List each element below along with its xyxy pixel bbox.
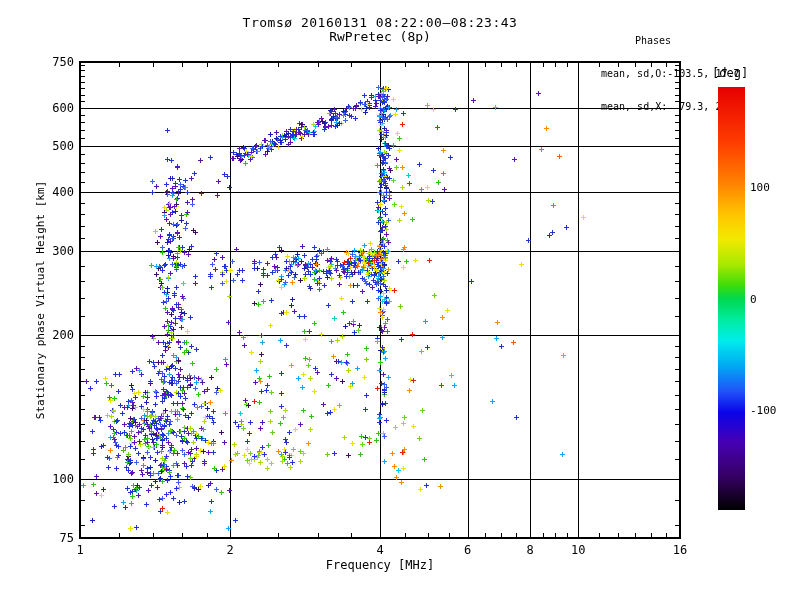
colorbar	[718, 87, 745, 510]
x-tick-label: 8	[508, 543, 552, 557]
x-tick-label: 6	[446, 543, 490, 557]
y-tick-label: 400	[0, 185, 74, 199]
x-axis-title: Frequency [MHz]	[80, 558, 680, 572]
y-tick-label: 500	[0, 139, 74, 153]
y-tick-label: 200	[0, 328, 74, 342]
x-tick-label: 16	[658, 543, 702, 557]
plot-title: Tromsø 20160131 08:22:00–08:23:43	[80, 15, 680, 30]
plot-subtitle: RwPretec (8p)	[80, 29, 680, 44]
y-axis-title: Stationary phase Virtual Height [km]	[34, 181, 47, 419]
y-tick-label: 300	[0, 244, 74, 258]
colorbar-unit-label: [deg]	[712, 66, 748, 80]
ionogram-page: Tromsø 20160131 08:22:00–08:23:43 RwPret…	[0, 0, 800, 600]
y-tick-label: 75	[0, 531, 74, 545]
x-tick-label: 2	[208, 543, 252, 557]
y-tick-label: 600	[0, 101, 74, 115]
x-tick-label: 10	[556, 543, 600, 557]
x-tick-label: 4	[358, 543, 402, 557]
y-tick-label: 100	[0, 472, 74, 486]
colorbar-tick-label: 100	[750, 181, 770, 194]
colorbar-tick-label: 0	[750, 293, 757, 306]
x-tick-label: 1	[58, 543, 102, 557]
colorbar-tick-label: -100	[750, 404, 777, 417]
phases-header: Phases	[601, 35, 739, 46]
y-tick-label: 750	[0, 55, 74, 69]
